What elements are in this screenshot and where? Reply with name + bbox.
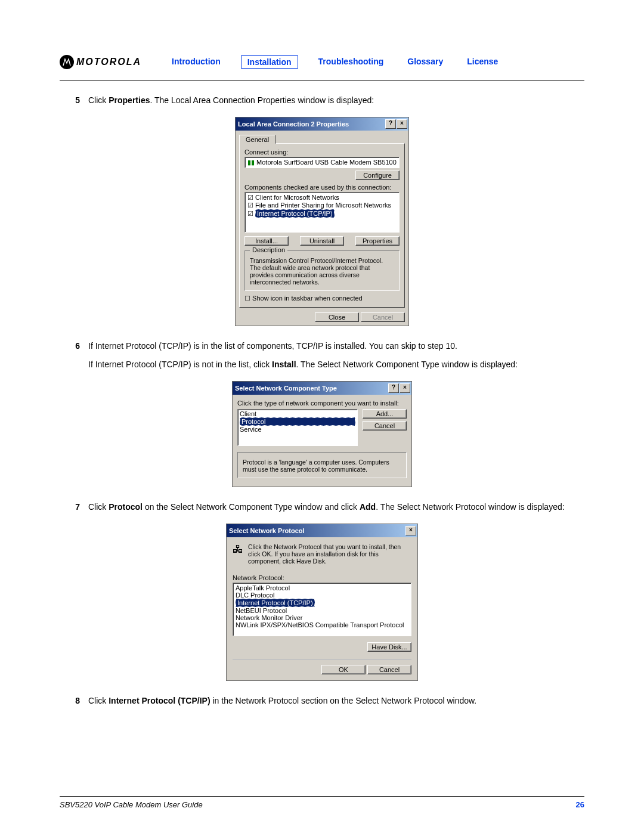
- configure-button[interactable]: Configure: [355, 171, 400, 180]
- step-number: 5: [60, 95, 88, 113]
- description-label: Description: [250, 246, 287, 253]
- install-button[interactable]: Install...: [244, 236, 289, 246]
- add-button[interactable]: Add...: [363, 409, 407, 419]
- list-item: Client for Microsoft Networks: [247, 194, 397, 202]
- step-6-text-2: If Internet Protocol (TCP/IP) is not in …: [88, 359, 584, 370]
- close-icon[interactable]: ×: [405, 526, 416, 535]
- list-item: NetBEUI Protocol: [236, 607, 408, 614]
- step-6-text-1: If Internet Protocol (TCP/IP) is in the …: [88, 340, 584, 352]
- page-number: 26: [576, 800, 584, 809]
- lan-properties-window: Local Area Connection 2 Properties ? × G…: [235, 117, 409, 326]
- component-type-label: Click the type of network component you …: [237, 400, 407, 407]
- step-number: 8: [60, 695, 88, 714]
- list-item: File and Printer Sharing for Microsoft N…: [247, 202, 397, 209]
- nav-glossary[interactable]: Glossary: [404, 55, 447, 69]
- nav-installation[interactable]: Installation: [241, 55, 298, 69]
- step-8-text: Click Internet Protocol (TCP/IP) in the …: [88, 695, 584, 707]
- select-component-type-window: Select Network Component Type ? × Click …: [232, 381, 412, 487]
- brand-label: MOTOROLA: [76, 57, 141, 67]
- close-button[interactable]: Close: [315, 312, 359, 322]
- step-5-text: Click Properties. The Local Area Connect…: [88, 95, 584, 106]
- protocol-list[interactable]: AppleTalk Protocol DLC Protocol Internet…: [233, 583, 411, 636]
- description-text: Transmission Control Protocol/Internet P…: [250, 257, 394, 286]
- connect-using-label: Connect using:: [244, 148, 400, 156]
- window-title: Local Area Connection 2 Properties: [238, 120, 349, 128]
- list-item: Protocol: [240, 417, 355, 426]
- list-item: Service: [240, 426, 355, 433]
- device-icon: ▮▮: [247, 159, 255, 166]
- list-item: DLC Protocol: [236, 592, 408, 599]
- select-network-protocol-window: Select Network Protocol × 🖧 Click the Ne…: [226, 524, 418, 681]
- protocol-instructions: Click the Network Protocol that you want…: [248, 543, 411, 565]
- step-6: 6 If Internet Protocol (TCP/IP) is in th…: [60, 340, 584, 377]
- cancel-button[interactable]: Cancel: [363, 421, 407, 431]
- window-title: Select Network Component Type: [235, 385, 337, 392]
- list-item: Internet Protocol (TCP/IP): [247, 209, 397, 218]
- properties-button[interactable]: Properties: [355, 236, 400, 246]
- help-icon[interactable]: ?: [385, 119, 396, 129]
- step-number: 7: [60, 501, 88, 520]
- help-icon[interactable]: ?: [388, 383, 399, 393]
- cancel-button: Cancel: [361, 312, 405, 322]
- show-icon-checkbox[interactable]: Show icon in taskbar when connected: [244, 295, 400, 302]
- components-label: Components checked are used by this conn…: [244, 184, 400, 191]
- components-list[interactable]: Client for Microsoft Networks File and P…: [244, 192, 400, 233]
- step-8: 8 Click Internet Protocol (TCP/IP) in th…: [60, 695, 584, 714]
- window-title: Select Network Protocol: [229, 527, 305, 534]
- list-item: Network Monitor Driver: [236, 614, 408, 621]
- step-5: 5 Click Properties. The Local Area Conne…: [60, 95, 584, 113]
- list-item: NWLink IPX/SPX/NetBIOS Compatible Transp…: [236, 621, 408, 628]
- nav-introduction[interactable]: Introduction: [168, 55, 224, 69]
- list-item: AppleTalk Protocol: [236, 584, 408, 592]
- cancel-button[interactable]: Cancel: [367, 665, 411, 674]
- page-header: MOTOROLA Introduction Installation Troub…: [60, 55, 584, 80]
- nav-troubleshooting[interactable]: Troubleshooting: [315, 55, 388, 69]
- have-disk-button[interactable]: Have Disk...: [367, 642, 411, 652]
- step-7: 7 Click Protocol on the Select Network C…: [60, 501, 584, 520]
- ok-button[interactable]: OK: [321, 665, 366, 674]
- motorola-icon: [60, 55, 74, 69]
- tab-general[interactable]: General: [239, 135, 275, 144]
- nav-bar: Introduction Installation Troubleshootin…: [168, 55, 501, 69]
- list-item: Client: [240, 410, 355, 417]
- uninstall-button[interactable]: Uninstall: [300, 236, 344, 246]
- device-field: ▮▮ Motorola SurfBoard USB Cable Modem SB…: [244, 157, 400, 168]
- step-number: 6: [60, 340, 88, 377]
- protocol-list-label: Network Protocol:: [233, 574, 411, 581]
- step-7-text: Click Protocol on the Select Network Com…: [88, 501, 584, 513]
- page-footer: SBV5220 VoIP Cable Modem User Guide 26: [60, 796, 584, 809]
- component-list[interactable]: Client Protocol Service: [237, 409, 358, 446]
- guide-title: SBV5220 VoIP Cable Modem User Guide: [60, 800, 203, 809]
- list-item: Internet Protocol (TCP/IP): [236, 599, 408, 607]
- protocol-icon: 🖧: [233, 543, 243, 565]
- close-icon[interactable]: ×: [400, 383, 410, 393]
- close-icon[interactable]: ×: [397, 119, 407, 129]
- nav-license[interactable]: License: [463, 55, 501, 69]
- component-note: Protocol is a 'language' a computer uses…: [243, 459, 401, 473]
